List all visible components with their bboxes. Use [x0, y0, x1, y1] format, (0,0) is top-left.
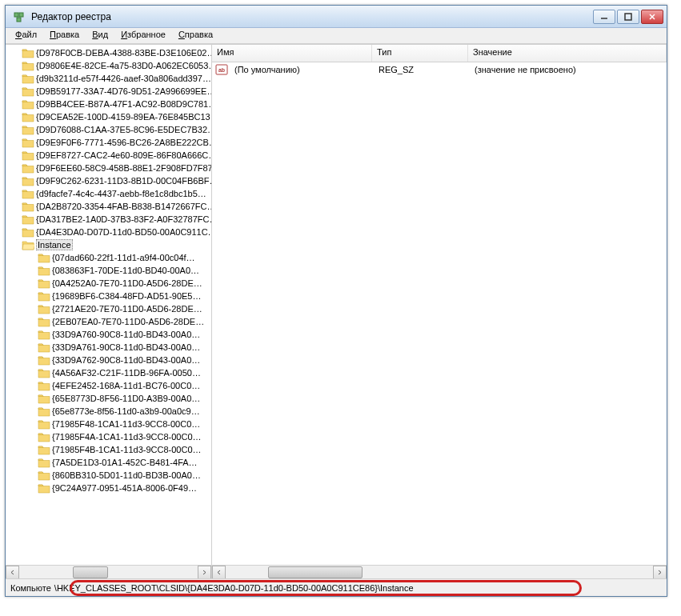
- tree-item[interactable]: {9C24A977-0951-451A-8006-0F49…: [6, 482, 211, 494]
- tree-item[interactable]: {D9B59177-33A7-4D76-9D51-2A996699EE…: [6, 85, 211, 98]
- folder-icon: [38, 303, 50, 314]
- tree-label: {D9F6EE60-58C9-458B-88E1-2F908FD7F87…: [36, 163, 211, 173]
- scroll-left-button[interactable]: [6, 566, 19, 579]
- tree-item[interactable]: {DA4E3DA0-D07D-11d0-BD50-00A0C911C…: [6, 226, 211, 238]
- tree-item[interactable]: {33D9A760-90C8-11d0-BD43-00A0…: [6, 328, 211, 341]
- tree-item[interactable]: {65E8773D-8F56-11D0-A3B9-00A0…: [6, 392, 211, 405]
- tree-label: {D9E9F0F6-7771-4596-BC26-2A8BE222CB…: [36, 138, 211, 147]
- tree-label: {71985F4B-1CA1-11d3-9CC8-00C0…: [52, 445, 202, 454]
- folder-icon: [22, 73, 34, 84]
- tree-item-selected[interactable]: Instance: [6, 238, 211, 251]
- tree-item[interactable]: {D9CEA52E-100D-4159-89EA-76E845BC13…: [6, 110, 211, 123]
- folder-icon: [38, 431, 50, 442]
- tree-label: {33D9A761-90C8-11d0-BD43-00A0…: [52, 342, 200, 352]
- scroll-thumb[interactable]: [73, 566, 109, 578]
- tree-item[interactable]: {2EB07EA0-7E70-11D0-A5D6-28DE…: [6, 315, 211, 328]
- tree-item[interactable]: {860BB310-5D01-11d0-BD3B-00A0…: [6, 469, 211, 482]
- folder-icon: [38, 470, 50, 481]
- col-name[interactable]: Имя: [212, 45, 372, 62]
- tree-item[interactable]: {07dad660-22f1-11d1-a9f4-00c04f…: [6, 251, 211, 264]
- tree-label: {33D9A760-90C8-11d0-BD43-00A0…: [52, 330, 200, 339]
- menu-help[interactable]: Справка: [172, 28, 219, 43]
- tree-item[interactable]: {083863F1-70DE-11d0-BD40-00A0…: [6, 264, 211, 277]
- folder-icon: [38, 342, 50, 353]
- tree-item[interactable]: {D978F0CB-DEBA-4388-83BE-D3E106E02…: [6, 46, 211, 59]
- tree-item[interactable]: {DA317BE2-1A0D-37B3-83F2-A0F32787FC…: [6, 213, 211, 226]
- tree-label: {D978F0CB-DEBA-4388-83BE-D3E106E02…: [36, 48, 211, 58]
- tree-label: {D9F9C262-6231-11D3-8B1D-00C04FB6BF…: [36, 176, 211, 186]
- folder-icon: [22, 60, 34, 71]
- scroll-thumb[interactable]: [268, 566, 362, 578]
- tree-item[interactable]: {33D9A761-90C8-11d0-BD43-00A0…: [6, 341, 211, 354]
- folder-icon: [22, 239, 34, 250]
- tree-item[interactable]: {71985F4B-1CA1-11d3-9CC8-00C0…: [6, 443, 211, 456]
- tree-item[interactable]: {4EFE2452-168A-11d1-BC76-00C0…: [6, 379, 211, 392]
- tree-label: {4A56AF32-C21F-11DB-96FA-0050…: [52, 368, 201, 378]
- col-value[interactable]: Значение: [468, 45, 667, 62]
- tree-item[interactable]: {19689BF6-C384-48FD-AD51-90E5…: [6, 290, 211, 302]
- tree-item[interactable]: {D9E9F0F6-7771-4596-BC26-2A8BE222CB…: [6, 136, 211, 149]
- menu-edit[interactable]: Правка: [43, 28, 86, 43]
- tree-item[interactable]: {4A56AF32-C21F-11DB-96FA-0050…: [6, 366, 211, 379]
- folder-icon: [22, 201, 34, 212]
- tree-label: {7A5DE1D3-01A1-452C-B481-4FA…: [52, 458, 198, 467]
- tree-item[interactable]: {d9facfe7-4c4c-4437-aebb-f8e1c8dbc1b5…: [6, 187, 211, 200]
- scroll-left-button[interactable]: [212, 566, 226, 578]
- list-body[interactable]: (По умолчанию)REG_SZ(значение не присвое…: [212, 62, 667, 565]
- tree-item[interactable]: {71985F4A-1CA1-11d3-9CC8-00C0…: [6, 430, 211, 443]
- minimize-button[interactable]: [593, 10, 615, 24]
- tree-label: {D9806E4E-82CE-4a75-83D0-A062EC6053…: [36, 61, 211, 70]
- menu-favorites[interactable]: Избранное: [114, 28, 172, 43]
- folder-icon: [38, 406, 50, 417]
- tree-label: {9C24A977-0951-451A-8006-0F49…: [52, 483, 197, 493]
- scroll-right-button[interactable]: [198, 566, 211, 579]
- tree-label: {DA317BE2-1A0D-37B3-83F2-A0F32787FC…: [36, 214, 211, 224]
- folder-icon: [38, 418, 50, 430]
- tree-item[interactable]: {d9b3211d-e57f-4426-aaef-30a806add397…: [6, 72, 211, 85]
- tree-label: {0A4252A0-7E70-11D0-A5D6-28DE…: [52, 278, 202, 288]
- list-row[interactable]: (По умолчанию)REG_SZ(значение не присвое…: [212, 62, 667, 77]
- tree-item[interactable]: {7A5DE1D3-01A1-452C-B481-4FA…: [6, 456, 211, 469]
- tree-label: {D9BB4CEE-B87A-47F1-AC92-B08D9C781…: [36, 99, 211, 109]
- close-button[interactable]: [641, 10, 663, 24]
- tree-item[interactable]: {D9BB4CEE-B87A-47F1-AC92-B08D9C781…: [6, 98, 211, 110]
- folder-icon: [38, 316, 50, 327]
- tree-label: {65e8773e-8f56-11d0-a3b9-00a0c9…: [52, 406, 200, 416]
- tree-item[interactable]: {65e8773e-8f56-11d0-a3b9-00a0c9…: [6, 405, 211, 418]
- app-icon: [14, 10, 26, 23]
- tree-item[interactable]: {71985F48-1CA1-11d3-9CC8-00C0…: [6, 418, 211, 430]
- tree-body[interactable]: {D978F0CB-DEBA-4388-83BE-D3E106E02…{D980…: [6, 45, 211, 565]
- list-h-scrollbar[interactable]: [212, 565, 667, 578]
- scroll-track[interactable]: [226, 566, 653, 578]
- col-type[interactable]: Тип: [372, 45, 468, 62]
- tree-label: {65E8773D-8F56-11D0-A3B9-00A0…: [52, 394, 200, 403]
- tree-item[interactable]: {D9F6EE60-58C9-458B-88E1-2F908FD7F87…: [6, 162, 211, 174]
- tree-item[interactable]: {D9806E4E-82CE-4a75-83D0-A062EC6053…: [6, 59, 211, 72]
- tree-item[interactable]: {D9F9C262-6231-11D3-8B1D-00C04FB6BF…: [6, 174, 211, 187]
- tree-item[interactable]: {2721AE20-7E70-11D0-A5D6-28DE…: [6, 302, 211, 315]
- folder-icon: [22, 175, 34, 186]
- menu-file[interactable]: Файл: [9, 28, 43, 43]
- tree-item[interactable]: {DA2B8720-3354-4FAB-B838-B1472667FC…: [6, 200, 211, 213]
- tree-label: {DA2B8720-3354-4FAB-B838-B1472667FC…: [36, 202, 211, 211]
- list-header: Имя Тип Значение: [212, 45, 667, 62]
- tree-item[interactable]: {33D9A762-90C8-11d0-BD43-00A0…: [6, 354, 211, 366]
- tree-item[interactable]: {D9D76088-C1AA-37E5-8C96-E5DEC7B32…: [6, 123, 211, 136]
- folder-icon: [38, 354, 50, 366]
- folder-icon: [38, 444, 50, 455]
- tree-item[interactable]: {D9EF8727-CAC2-4e60-809E-86F80A666C…: [6, 149, 211, 162]
- maximize-button[interactable]: [617, 10, 639, 24]
- folder-icon: [22, 162, 34, 174]
- scroll-right-button[interactable]: [653, 566, 667, 578]
- status-computer-label: Компьюте: [10, 583, 51, 593]
- tree-label: {d9facfe7-4c4c-4437-aebb-f8e1c8dbc1b5…: [36, 189, 206, 198]
- menu-view[interactable]: Вид: [86, 28, 114, 43]
- tree-h-scrollbar[interactable]: [6, 565, 211, 578]
- window-title: Редактор реестра: [31, 11, 593, 22]
- tree-item[interactable]: {0A4252A0-7E70-11D0-A5D6-28DE…: [6, 277, 211, 290]
- scroll-track[interactable]: [19, 566, 198, 579]
- statusbar: Компьюте \HKEY_CLASSES_ROOT\CLSID\{DA4E3…: [6, 578, 667, 596]
- tree-label: {71985F4A-1CA1-11d3-9CC8-00C0…: [52, 432, 202, 442]
- tree-label: {4EFE2452-168A-11d1-BC76-00C0…: [52, 381, 200, 390]
- tree-label: {33D9A762-90C8-11d0-BD43-00A0…: [52, 355, 200, 365]
